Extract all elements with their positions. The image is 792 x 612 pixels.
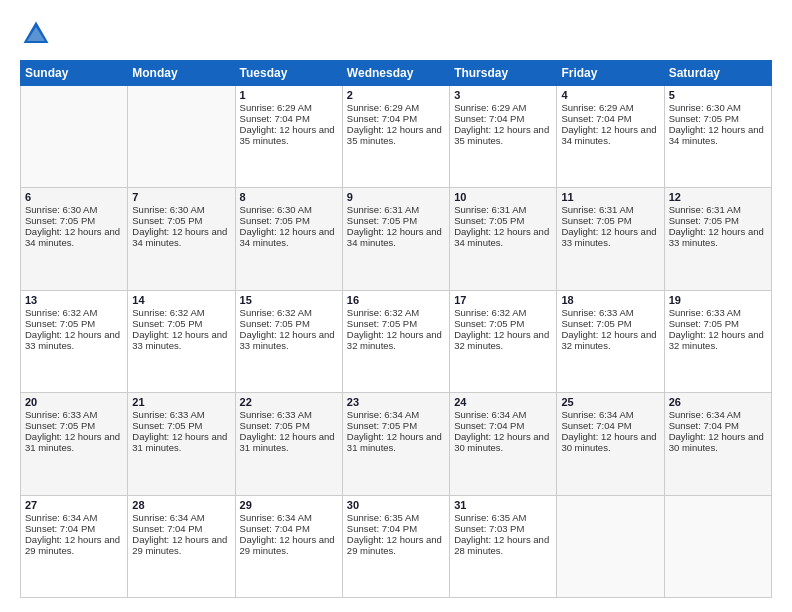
calendar-cell: 18Sunrise: 6:33 AMSunset: 7:05 PMDayligh…	[557, 290, 664, 392]
calendar-cell: 1Sunrise: 6:29 AMSunset: 7:04 PMDaylight…	[235, 86, 342, 188]
header-row: SundayMondayTuesdayWednesdayThursdayFrid…	[21, 61, 772, 86]
calendar-cell: 3Sunrise: 6:29 AMSunset: 7:04 PMDaylight…	[450, 86, 557, 188]
calendar-cell: 9Sunrise: 6:31 AMSunset: 7:05 PMDaylight…	[342, 188, 449, 290]
week-row: 13Sunrise: 6:32 AMSunset: 7:05 PMDayligh…	[21, 290, 772, 392]
sunrise-text: Sunrise: 6:34 AM	[561, 409, 659, 420]
calendar-cell: 31Sunrise: 6:35 AMSunset: 7:03 PMDayligh…	[450, 495, 557, 597]
header-day: Thursday	[450, 61, 557, 86]
calendar-cell: 11Sunrise: 6:31 AMSunset: 7:05 PMDayligh…	[557, 188, 664, 290]
sunset-text: Sunset: 7:05 PM	[240, 318, 338, 329]
calendar-cell: 26Sunrise: 6:34 AMSunset: 7:04 PMDayligh…	[664, 393, 771, 495]
calendar-cell	[664, 495, 771, 597]
sunset-text: Sunset: 7:04 PM	[240, 523, 338, 534]
sunset-text: Sunset: 7:05 PM	[132, 420, 230, 431]
daylight-text: Daylight: 12 hours and 30 minutes.	[561, 431, 659, 453]
sunset-text: Sunset: 7:03 PM	[454, 523, 552, 534]
day-number: 2	[347, 89, 445, 101]
header-day: Saturday	[664, 61, 771, 86]
day-number: 12	[669, 191, 767, 203]
calendar: SundayMondayTuesdayWednesdayThursdayFrid…	[20, 60, 772, 598]
calendar-cell: 16Sunrise: 6:32 AMSunset: 7:05 PMDayligh…	[342, 290, 449, 392]
sunset-text: Sunset: 7:05 PM	[347, 318, 445, 329]
sunset-text: Sunset: 7:05 PM	[25, 215, 123, 226]
daylight-text: Daylight: 12 hours and 31 minutes.	[347, 431, 445, 453]
sunset-text: Sunset: 7:04 PM	[25, 523, 123, 534]
sunset-text: Sunset: 7:05 PM	[240, 420, 338, 431]
day-number: 7	[132, 191, 230, 203]
daylight-text: Daylight: 12 hours and 32 minutes.	[669, 329, 767, 351]
calendar-cell: 30Sunrise: 6:35 AMSunset: 7:04 PMDayligh…	[342, 495, 449, 597]
day-number: 27	[25, 499, 123, 511]
calendar-cell	[557, 495, 664, 597]
daylight-text: Daylight: 12 hours and 31 minutes.	[132, 431, 230, 453]
week-row: 27Sunrise: 6:34 AMSunset: 7:04 PMDayligh…	[21, 495, 772, 597]
day-number: 25	[561, 396, 659, 408]
calendar-cell: 23Sunrise: 6:34 AMSunset: 7:05 PMDayligh…	[342, 393, 449, 495]
sunrise-text: Sunrise: 6:29 AM	[347, 102, 445, 113]
calendar-cell: 5Sunrise: 6:30 AMSunset: 7:05 PMDaylight…	[664, 86, 771, 188]
day-number: 18	[561, 294, 659, 306]
calendar-cell: 27Sunrise: 6:34 AMSunset: 7:04 PMDayligh…	[21, 495, 128, 597]
sunrise-text: Sunrise: 6:34 AM	[25, 512, 123, 523]
sunset-text: Sunset: 7:04 PM	[132, 523, 230, 534]
sunrise-text: Sunrise: 6:33 AM	[561, 307, 659, 318]
day-number: 22	[240, 396, 338, 408]
calendar-cell: 2Sunrise: 6:29 AMSunset: 7:04 PMDaylight…	[342, 86, 449, 188]
sunset-text: Sunset: 7:05 PM	[454, 215, 552, 226]
daylight-text: Daylight: 12 hours and 35 minutes.	[240, 124, 338, 146]
header-day: Monday	[128, 61, 235, 86]
sunset-text: Sunset: 7:05 PM	[454, 318, 552, 329]
calendar-cell	[21, 86, 128, 188]
daylight-text: Daylight: 12 hours and 33 minutes.	[25, 329, 123, 351]
daylight-text: Daylight: 12 hours and 32 minutes.	[561, 329, 659, 351]
sunrise-text: Sunrise: 6:34 AM	[454, 409, 552, 420]
sunrise-text: Sunrise: 6:34 AM	[240, 512, 338, 523]
calendar-cell: 14Sunrise: 6:32 AMSunset: 7:05 PMDayligh…	[128, 290, 235, 392]
header-day: Wednesday	[342, 61, 449, 86]
calendar-cell: 20Sunrise: 6:33 AMSunset: 7:05 PMDayligh…	[21, 393, 128, 495]
calendar-cell: 4Sunrise: 6:29 AMSunset: 7:04 PMDaylight…	[557, 86, 664, 188]
sunrise-text: Sunrise: 6:33 AM	[132, 409, 230, 420]
header-day: Sunday	[21, 61, 128, 86]
calendar-cell: 6Sunrise: 6:30 AMSunset: 7:05 PMDaylight…	[21, 188, 128, 290]
day-number: 16	[347, 294, 445, 306]
calendar-cell	[128, 86, 235, 188]
sunrise-text: Sunrise: 6:34 AM	[347, 409, 445, 420]
sunset-text: Sunset: 7:05 PM	[347, 420, 445, 431]
daylight-text: Daylight: 12 hours and 30 minutes.	[669, 431, 767, 453]
sunrise-text: Sunrise: 6:30 AM	[240, 204, 338, 215]
calendar-cell: 24Sunrise: 6:34 AMSunset: 7:04 PMDayligh…	[450, 393, 557, 495]
sunrise-text: Sunrise: 6:30 AM	[132, 204, 230, 215]
day-number: 30	[347, 499, 445, 511]
sunset-text: Sunset: 7:04 PM	[454, 420, 552, 431]
day-number: 20	[25, 396, 123, 408]
calendar-cell: 8Sunrise: 6:30 AMSunset: 7:05 PMDaylight…	[235, 188, 342, 290]
sunrise-text: Sunrise: 6:31 AM	[561, 204, 659, 215]
sunrise-text: Sunrise: 6:32 AM	[347, 307, 445, 318]
daylight-text: Daylight: 12 hours and 34 minutes.	[454, 226, 552, 248]
sunrise-text: Sunrise: 6:31 AM	[669, 204, 767, 215]
logo-icon	[20, 18, 52, 50]
calendar-cell: 12Sunrise: 6:31 AMSunset: 7:05 PMDayligh…	[664, 188, 771, 290]
day-number: 4	[561, 89, 659, 101]
day-number: 17	[454, 294, 552, 306]
daylight-text: Daylight: 12 hours and 31 minutes.	[25, 431, 123, 453]
sunrise-text: Sunrise: 6:31 AM	[347, 204, 445, 215]
daylight-text: Daylight: 12 hours and 35 minutes.	[347, 124, 445, 146]
sunset-text: Sunset: 7:05 PM	[669, 113, 767, 124]
sunset-text: Sunset: 7:04 PM	[347, 523, 445, 534]
sunset-text: Sunset: 7:04 PM	[561, 113, 659, 124]
sunset-text: Sunset: 7:04 PM	[454, 113, 552, 124]
day-number: 29	[240, 499, 338, 511]
sunset-text: Sunset: 7:04 PM	[561, 420, 659, 431]
sunrise-text: Sunrise: 6:33 AM	[240, 409, 338, 420]
sunrise-text: Sunrise: 6:33 AM	[669, 307, 767, 318]
sunrise-text: Sunrise: 6:29 AM	[240, 102, 338, 113]
day-number: 19	[669, 294, 767, 306]
day-number: 24	[454, 396, 552, 408]
calendar-cell: 25Sunrise: 6:34 AMSunset: 7:04 PMDayligh…	[557, 393, 664, 495]
day-number: 1	[240, 89, 338, 101]
daylight-text: Daylight: 12 hours and 30 minutes.	[454, 431, 552, 453]
daylight-text: Daylight: 12 hours and 31 minutes.	[240, 431, 338, 453]
calendar-cell: 10Sunrise: 6:31 AMSunset: 7:05 PMDayligh…	[450, 188, 557, 290]
